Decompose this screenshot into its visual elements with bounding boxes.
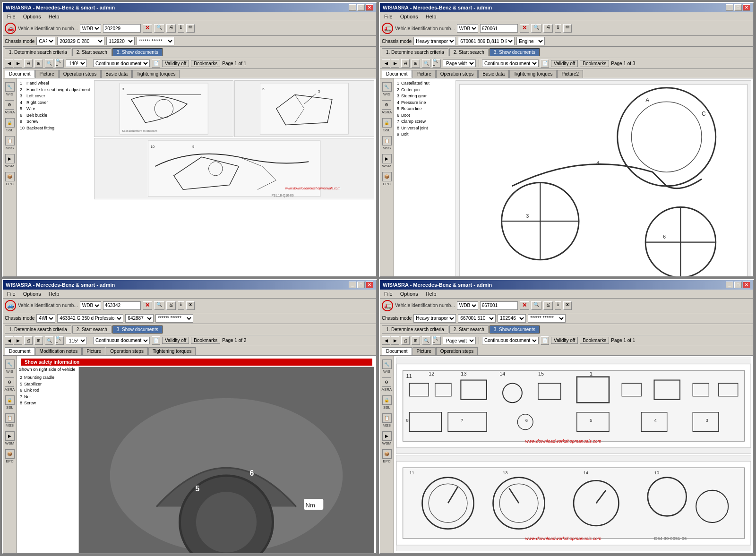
sidebar-mss-2[interactable]: 📋 MSS [382,136,392,150]
email-icon-3[interactable]: ✉ [186,301,195,310]
menu-options-3[interactable]: Options [22,291,43,297]
prev-page-4[interactable]: ◀ [382,336,390,345]
menu-options-2[interactable]: Options [399,13,420,20]
doc-mode-select-4[interactable]: Continuous document [482,337,539,344]
sidebar-epc-2[interactable]: 📦 EPC [382,172,392,186]
vin-input-1[interactable] [103,24,141,33]
sidebar-asra-2[interactable]: ⚙ ASRA [382,100,392,114]
tab-picture-1[interactable]: Picture [35,70,59,78]
menu-help-4[interactable]: Help [424,291,438,297]
info-icon-1[interactable]: ℹ [178,24,184,33]
doc-icon-3[interactable]: 📄 [152,336,160,345]
menu-file-3[interactable]: File [6,291,17,297]
search-icon-1[interactable]: 🔍 [154,24,164,33]
validity-btn-3[interactable]: Validity off [162,337,189,344]
next-page-3[interactable]: ▶ [14,336,22,345]
tab-opsteps-1[interactable]: Operation steps [59,70,101,78]
print-icon-3[interactable]: 🖨 [166,301,176,310]
sidebar-wis-2[interactable]: 🔧 WIS [382,82,392,96]
validity-btn-1[interactable]: Validity off [162,60,189,67]
tab-modnotes-3[interactable]: Modification notes [35,347,82,355]
step3-btn-1[interactable]: 3. Show documents [112,48,163,56]
maximize-btn-1[interactable]: □ [357,4,365,11]
sidebar-wis-1[interactable]: 🔧 WIS [5,82,15,96]
step2-btn-2[interactable]: 2. Start search [449,48,489,56]
wdb-select-3[interactable]: WDB [80,301,101,310]
sidebar-epc-3[interactable]: 📦 EPC [5,449,15,463]
tab-opsteps-3[interactable]: Operation steps [106,347,148,355]
bookmarks-btn-2[interactable]: Bookmarks [580,60,609,67]
print-page-1[interactable]: 🖨 [24,59,33,68]
menu-help-3[interactable]: Help [47,291,61,297]
tab-document-4[interactable]: Document [382,347,412,355]
sidebar-asra-1[interactable]: ⚙ ASRA [5,100,15,114]
menu-options-4[interactable]: Options [399,291,420,297]
print-icon-4[interactable]: 🖨 [543,301,553,310]
zoom-select-1[interactable]: 140% [66,60,87,67]
chassis-val-select-1[interactable]: 202029 C 280 [57,37,104,45]
minimize-btn-3[interactable]: _ [349,282,356,288]
vin-input-4[interactable] [480,301,518,310]
doc-icon-1[interactable]: 📄 [152,59,160,68]
next-page-1[interactable]: ▶ [14,59,22,68]
zoom-in-1[interactable]: 🔍+ [55,59,64,68]
sidebar-mss-4[interactable]: 📋 MSS [382,413,392,428]
zoom-in-2[interactable]: 🔍+ [432,59,441,68]
print-page-3[interactable]: 🖨 [24,336,33,345]
key-select-3[interactable]: ****** ****** [155,314,193,323]
engine-select-1[interactable]: 112920 [106,37,135,45]
tab-torques-2[interactable]: Tightening torques [509,70,557,78]
print-page-2[interactable]: 🖨 [401,59,410,68]
menu-options-1[interactable]: Options [22,13,43,20]
sidebar-wsm-4[interactable]: ▶ WSM [382,431,392,445]
sidebar-ssl-1[interactable]: 🔒 SSL [5,118,15,132]
bookmarks-btn-1[interactable]: Bookmarks [191,60,220,67]
doc-icon-4[interactable]: 📄 [541,336,549,345]
safety-alert-3[interactable]: Show safety information [21,359,372,366]
email-icon-2[interactable]: ✉ [563,24,572,33]
menu-help-1[interactable]: Help [47,13,61,20]
tab-document-3[interactable]: Document [5,347,35,355]
maximize-btn-4[interactable]: □ [734,282,742,288]
sidebar-ssl-3[interactable]: 🔒 SSL [5,395,15,410]
key-select-1[interactable]: ****** ****** [137,37,174,45]
menu-file-4[interactable]: File [383,291,394,297]
tab-picture2-2[interactable]: Picture2 [557,70,583,78]
tab-picture-4[interactable]: Picture [412,347,436,355]
engine-select-2[interactable]: Engine [516,37,545,45]
sidebar-wsm-3[interactable]: ▶ WSM [5,431,15,445]
tab-opsteps-4[interactable]: Operation steps [436,347,478,355]
info-icon-3[interactable]: ℹ [178,301,184,310]
chassis-mode-select-1[interactable]: CAR [36,37,55,45]
engine-select-3[interactable]: 642887 [125,314,154,323]
chassis-val-select-2[interactable]: 670061 809 D,811 D E2 [458,37,515,45]
print-icon-1[interactable]: 🖨 [166,24,176,33]
chassis-mode-select-3[interactable]: 4WD [36,314,55,323]
step2-btn-4[interactable]: 2. Start search [449,325,489,334]
tab-opsteps-2[interactable]: Operation steps [436,70,478,78]
print-page-4[interactable]: 🖨 [401,336,410,345]
next-page-2[interactable]: ▶ [391,59,399,68]
email-icon-1[interactable]: ✉ [186,24,195,33]
clear-btn-4[interactable]: ✕ [520,301,529,310]
prev-page-2[interactable]: ◀ [382,59,390,68]
tab-picture-2[interactable]: Picture [412,70,436,78]
clear-btn-1[interactable]: ✕ [143,24,152,33]
engine-select-4[interactable]: 102946 [498,314,526,323]
tab-document-2[interactable]: Document [382,70,412,78]
fit-page-4[interactable]: ⊞ [412,336,420,345]
chassis-val-select-4[interactable]: 667001 510 [458,314,496,323]
info-icon-2[interactable]: ℹ [555,24,561,33]
clear-btn-3[interactable]: ✕ [143,301,152,310]
validity-btn-2[interactable]: Validity off [551,60,578,67]
step2-btn-3[interactable]: 2. Start search [72,325,112,334]
close-btn-4[interactable]: ✕ [743,282,750,288]
zoom-select-3[interactable]: 115% [66,337,87,344]
zoom-select-4[interactable]: Page width [443,337,476,344]
sidebar-wis-3[interactable]: 🔧 WIS [5,359,15,374]
bookmarks-btn-3[interactable]: Bookmarks [191,337,220,344]
sidebar-wsm-2[interactable]: ▶ WSM [382,154,392,168]
minimize-btn-2[interactable]: _ [726,4,733,11]
prev-page-3[interactable]: ◀ [5,336,13,345]
chassis-mode-select-4[interactable]: Heavy transporter [413,314,456,323]
